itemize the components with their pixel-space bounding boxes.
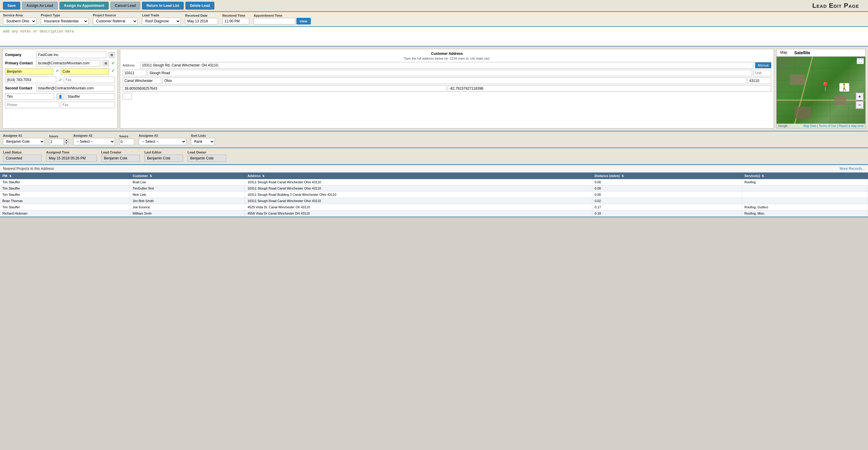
second-phone-input[interactable] [5, 102, 59, 108]
primary-phone-input[interactable] [5, 77, 56, 83]
cell-pm: Tim Stauffer [0, 179, 130, 186]
more-records-link[interactable]: More Records... [840, 167, 865, 171]
hours2-group: hours [119, 134, 134, 145]
city-input[interactable] [123, 78, 161, 84]
street-number-input[interactable] [123, 70, 147, 76]
hours1-up-button[interactable]: ▲ [64, 139, 69, 142]
assigned-time-label: Assigned Time [46, 150, 97, 154]
nearby-title: Nearest Projects to this Address: [3, 167, 55, 171]
received-date-group: Received Date [185, 14, 218, 24]
assigned-time-value: May 15 2018 05:26 PM [46, 155, 97, 162]
service-area-label: Service Area [3, 13, 36, 17]
map-tab[interactable]: Map [777, 49, 790, 56]
lead-owner-group: Lead Owner Benjamin Cote [188, 150, 226, 162]
scrollbar[interactable] [0, 217, 868, 221]
lead-status-value: Converted [3, 155, 42, 162]
table-row: Tim StaufferNick Lieb10311 Slough Road B… [0, 192, 868, 198]
cell-pm: Tim Stauffer [0, 186, 130, 192]
primary-first-name-input[interactable] [5, 68, 53, 75]
second-email-input[interactable] [36, 85, 115, 91]
cell-address: 10311 Slough Road Canal Winchester Ohio … [245, 186, 592, 192]
assign-as-appointment-button[interactable]: Assign As Appointment [60, 2, 108, 9]
company-icon-btn[interactable]: ⊞ [108, 52, 115, 58]
cell-services [742, 192, 868, 198]
lead-trade-select[interactable]: Roof Diagnose [142, 18, 181, 25]
cancel-lead-button[interactable]: Cancel Lead [111, 2, 141, 9]
delete-lead-button[interactable]: Delete Lead [185, 2, 214, 9]
lat-input[interactable] [123, 85, 446, 92]
state-input[interactable] [162, 78, 746, 84]
lead-trade-label: Lead Trade [142, 13, 181, 17]
last-editor-group: Last Editor Benjamin Cote [144, 150, 183, 162]
col-distance[interactable]: Distance (miles) ⇅ [592, 173, 742, 179]
received-date-input[interactable] [185, 18, 218, 24]
zip-input[interactable] [747, 78, 771, 84]
page-title: Lead Edit Page [812, 2, 859, 9]
primary-last-name-input[interactable] [61, 68, 109, 75]
col-pm[interactable]: PM ⇅ [0, 173, 130, 179]
address-card: Customer Address Type the full address b… [120, 49, 774, 129]
assign-as-lead-button[interactable]: Assign As Lead [22, 2, 58, 9]
sort-lists-select[interactable]: Rank [191, 138, 215, 145]
second-last-name-input[interactable] [66, 93, 115, 100]
hours1-input[interactable] [49, 139, 64, 145]
col-customer[interactable]: Customer ⇅ [130, 173, 245, 179]
dot-input[interactable] [123, 93, 131, 100]
second-fax-input[interactable] [61, 102, 115, 108]
street-name-input[interactable] [148, 70, 752, 76]
company-row: Company ⊞ [5, 52, 115, 58]
lng-input[interactable] [448, 85, 772, 92]
save-button[interactable]: Save [3, 2, 20, 9]
assignee3-group: Assignee #3 -- Select -- [139, 134, 186, 145]
cell-distance: 0.00 [592, 192, 742, 198]
assignee1-group: Assignee #1 Benjamin Cote [3, 134, 45, 145]
unit-input[interactable] [753, 70, 771, 76]
satellite-tab[interactable]: Satellite [790, 49, 814, 56]
notes-textarea[interactable] [3, 29, 865, 43]
primary-email-input[interactable] [36, 60, 100, 66]
assignee2-select[interactable]: -- Select -- [73, 138, 115, 145]
assignee3-select[interactable]: -- Select -- [139, 138, 186, 145]
project-source-group: Project Source Customer Referral [93, 13, 137, 25]
terms-link[interactable]: Terms of Use [818, 124, 836, 128]
table-row: Tim StaufferJoe Koonce4529 Vista Dr. Can… [0, 204, 868, 210]
received-time-input[interactable] [222, 18, 249, 24]
second-phone-row [5, 102, 115, 108]
project-source-select[interactable]: Customer Referral [93, 18, 137, 25]
assignee1-select[interactable]: Benjamin Cote [3, 138, 45, 145]
return-to-lead-list-button[interactable]: Return to Lead List [142, 2, 183, 9]
report-link[interactable]: Report a map error [839, 124, 864, 128]
service-area-select[interactable]: Southern Ohio [3, 18, 36, 25]
primary-fax-input[interactable] [64, 77, 115, 83]
second-contact-person-btn[interactable]: 👤 [57, 93, 64, 100]
second-first-name-input[interactable] [5, 93, 54, 100]
map-expand-button[interactable]: ⛶ [857, 58, 864, 64]
lead-status-label: Lead Status [3, 150, 42, 154]
map-zoom-out-button[interactable]: − [856, 101, 864, 109]
second-contact-label: Second Contact [5, 86, 35, 90]
map-container[interactable]: ⛶ 📍 🚶 + − Google Map Data | Terms of Use… [777, 57, 865, 128]
company-input[interactable] [36, 52, 106, 58]
cell-services: Roofing, Misc. [742, 210, 868, 217]
col-services[interactable]: Service(s) ⇅ [742, 173, 868, 179]
latlng-row [123, 85, 771, 92]
map-zoom-in-button[interactable]: + [856, 93, 864, 101]
cell-services: Roofing [742, 179, 868, 186]
hours1-down-button[interactable]: ▼ [64, 142, 69, 145]
full-address-input[interactable] [140, 62, 754, 68]
last-editor-value: Benjamin Cote [144, 155, 183, 162]
clear-button[interactable]: clear [297, 18, 311, 24]
lead-creator-value: Benjamin Cote [101, 155, 140, 162]
primary-contact-icon-btn[interactable]: ⊞ [103, 60, 109, 66]
hours2-input[interactable] [119, 139, 134, 145]
appointment-time-input[interactable] [254, 18, 295, 24]
assignee-row: Assignee #1 Benjamin Cote hours ▲ ▼ Assi… [0, 132, 868, 148]
col-address[interactable]: Address ⇅ [245, 173, 592, 179]
map-person-icon[interactable]: 🚶 [839, 83, 849, 91]
primary-last-check: ✓ [111, 68, 115, 75]
map-data-link[interactable]: Map Data [803, 124, 816, 128]
project-type-select[interactable]: Insurance Residential [41, 18, 88, 25]
manual-button[interactable]: Manual [755, 62, 771, 68]
lead-status-group: Lead Status Converted [3, 150, 42, 162]
cell-distance: 0.00 [592, 179, 742, 186]
